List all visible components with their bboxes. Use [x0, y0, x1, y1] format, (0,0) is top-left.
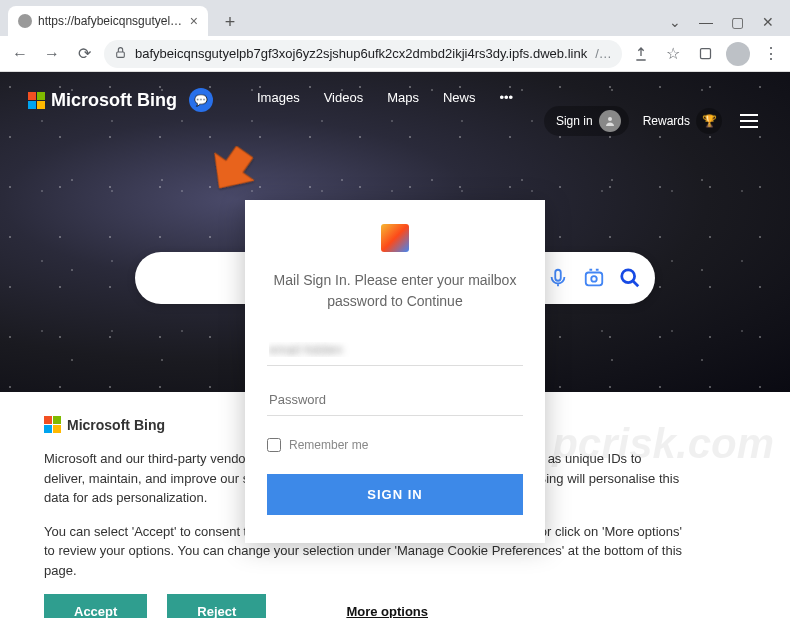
more-options-link[interactable]: More options — [346, 604, 428, 618]
window-maximize-icon[interactable]: ▢ — [731, 14, 744, 30]
svg-rect-1 — [700, 49, 710, 59]
svg-point-6 — [622, 270, 635, 283]
bing-logo-text: Microsoft Bing — [51, 90, 177, 111]
microsoft-logo-icon — [44, 416, 61, 433]
remember-checkbox[interactable] — [267, 438, 281, 452]
bing-nav: Images Videos Maps News ••• — [257, 90, 513, 105]
new-tab-button[interactable]: + — [216, 8, 244, 36]
microsoft-logo-icon — [28, 92, 45, 109]
back-button[interactable]: ← — [8, 42, 32, 66]
window-more-icon[interactable]: ⌄ — [669, 14, 681, 30]
share-icon[interactable] — [630, 43, 652, 65]
remember-label: Remember me — [289, 438, 368, 452]
email-field[interactable] — [267, 334, 523, 366]
window-minimize-icon[interactable]: — — [699, 14, 713, 30]
svg-rect-4 — [586, 273, 603, 286]
remember-me[interactable]: Remember me — [267, 438, 523, 452]
url-host: bafybeicqnsgutyelpb7gf3xoj6yz2sjshup6ufk… — [135, 46, 587, 61]
rewards-button[interactable]: Rewards 🏆 — [643, 108, 722, 134]
tab-favicon — [18, 14, 32, 28]
bing-logo[interactable]: Microsoft Bing 💬 — [28, 88, 213, 112]
nav-images[interactable]: Images — [257, 90, 300, 105]
lock-icon — [114, 46, 127, 62]
forward-button[interactable]: → — [40, 42, 64, 66]
nav-more[interactable]: ••• — [499, 90, 513, 105]
extensions-icon[interactable] — [694, 43, 716, 65]
signin-modal: Mail Sign In. Please enter your mailbox … — [245, 200, 545, 543]
reload-button[interactable]: ⟳ — [72, 42, 96, 66]
bing-signin[interactable]: Sign in — [544, 106, 629, 136]
tab-close-icon[interactable]: × — [190, 13, 198, 29]
browser-title-bar: https://bafybeicqnsgutyelpb7gf3 × + ⌄ — … — [0, 0, 790, 36]
modal-logo-icon — [381, 224, 409, 252]
image-search-icon[interactable] — [583, 267, 605, 289]
address-bar[interactable]: bafybeicqnsgutyelpb7gf3xoj6yz2sjshup6ufk… — [104, 40, 622, 68]
voice-search-icon[interactable] — [547, 267, 569, 289]
password-field[interactable] — [267, 384, 523, 416]
chat-icon[interactable]: 💬 — [189, 88, 213, 112]
svg-point-5 — [591, 276, 597, 282]
svg-rect-3 — [555, 270, 561, 281]
url-path: /?filename=QmTkbL3j... — [595, 46, 612, 61]
tab-title: https://bafybeicqnsgutyelpb7gf3 — [38, 14, 184, 28]
nav-maps[interactable]: Maps — [387, 90, 419, 105]
bookmark-star-icon[interactable]: ☆ — [662, 43, 684, 65]
page-content: Microsoft Bing 💬 Images Videos Maps News… — [0, 72, 790, 618]
browser-tab[interactable]: https://bafybeicqnsgutyelpb7gf3 × — [8, 6, 208, 36]
window-close-icon[interactable]: ✕ — [762, 14, 774, 30]
svg-rect-0 — [117, 51, 125, 56]
search-icon[interactable] — [619, 267, 641, 289]
browser-menu-icon[interactable]: ⋮ — [760, 43, 782, 65]
reject-button[interactable]: Reject — [167, 594, 266, 618]
signin-button[interactable]: SIGN IN — [267, 474, 523, 515]
rewards-label: Rewards — [643, 114, 690, 128]
profile-avatar[interactable] — [726, 42, 750, 66]
signin-label: Sign in — [556, 114, 593, 128]
svg-point-2 — [608, 117, 612, 121]
bing-header: Microsoft Bing 💬 Images Videos Maps News… — [0, 72, 790, 162]
hamburger-menu-icon[interactable] — [736, 108, 762, 134]
user-icon — [599, 110, 621, 132]
trophy-icon: 🏆 — [696, 108, 722, 134]
nav-videos[interactable]: Videos — [324, 90, 364, 105]
browser-nav-bar: ← → ⟳ bafybeicqnsgutyelpb7gf3xoj6yz2sjsh… — [0, 36, 790, 72]
nav-news[interactable]: News — [443, 90, 476, 105]
accept-button[interactable]: Accept — [44, 594, 147, 618]
cookie-heading-text: Microsoft Bing — [67, 417, 165, 433]
modal-prompt: Mail Sign In. Please enter your mailbox … — [267, 270, 523, 312]
